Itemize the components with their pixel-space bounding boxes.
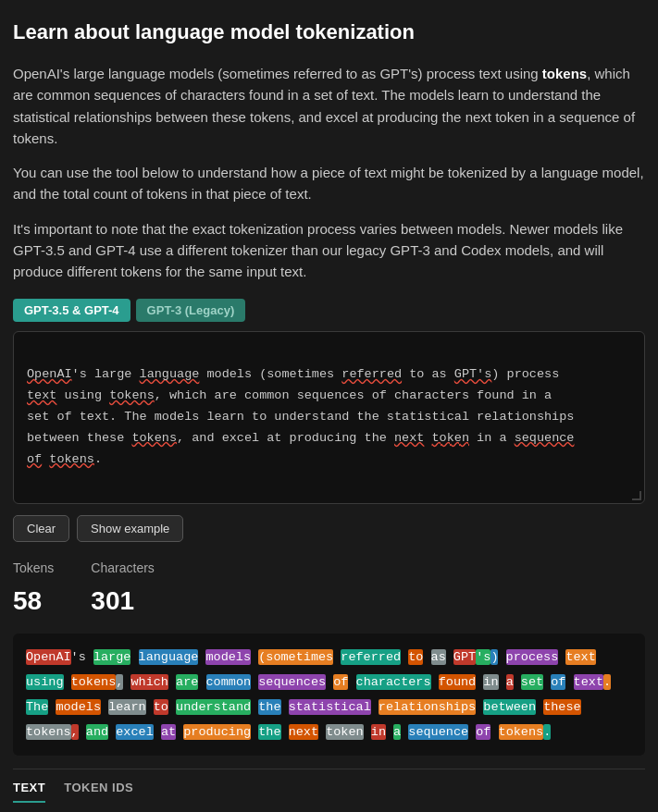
token-51: sequence [408,724,468,740]
token-15: tokens [71,674,117,690]
bottom-tab-text[interactable]: TEXT [13,779,45,803]
intro-paragraph-1: OpenAI's large language models (sometime… [13,63,645,149]
tab-gpt3[interactable]: GPT-3 (Legacy) [136,299,246,322]
page-title: Learn about language model tokenization [13,17,645,48]
token-6: referred [341,649,401,665]
tokenizer-text[interactable]: OpenAI's large language models (sometime… [27,343,631,492]
token-18: are [176,674,198,690]
characters-stat: Characters 301 [91,559,154,621]
token-34: understand [176,699,251,715]
tokens-stat: Tokens 58 [13,559,54,621]
token-28: text [574,674,603,690]
bottom-tabs: TEXT TOKEN IDS [13,769,645,803]
word-language: language [140,367,200,381]
token-52: of [476,724,490,740]
word-text: text [27,388,56,402]
token-30: The [26,699,48,715]
characters-label: Characters [91,559,154,579]
token-19: common [206,674,252,690]
intro-paragraph-3: It's important to note that the exact to… [13,218,645,283]
word-tokens: tokens [109,388,155,402]
token-12: process [506,649,559,665]
show-example-button[interactable]: Show example [77,515,183,542]
token-visualization: OpenAI's large language models (sometime… [13,634,645,756]
token-3: language [139,649,199,665]
token-41: , [71,724,79,740]
token-46: the [258,724,280,740]
tokens-label: Tokens [13,559,54,579]
token-29: . [603,674,611,690]
token-2: large [93,649,131,665]
token-45: producing [183,724,251,740]
token-43: excel [116,724,154,740]
token-8: as [431,649,446,665]
token-39: these [543,699,581,715]
tab-gpt4[interactable]: GPT-3.5 & GPT-4 [13,299,130,322]
token-36: statistical [289,699,371,715]
token-4: models [205,649,251,665]
stats-row: Tokens 58 Characters 301 [13,559,645,621]
token-9: GPT [453,649,476,665]
token-32: learn [108,699,146,715]
action-buttons: Clear Show example [13,515,645,542]
word-next: next [394,431,424,445]
tokens-value: 58 [13,581,54,621]
token-23: found [439,674,477,690]
token-10: 's [476,649,490,665]
token-31: models [56,699,101,715]
token-21: of [333,674,348,690]
token-17: which [130,674,168,690]
token-27: of [551,674,565,690]
word-tokens2: tokens [131,431,177,445]
characters-value: 301 [91,581,154,621]
token-40: tokens [26,724,71,740]
word-referred: referred [341,367,402,381]
token-5: (sometimes [258,649,333,665]
token-49: in [371,724,386,740]
token-22: characters [356,674,431,690]
token-35: the [258,699,280,715]
token-47: next [289,724,318,740]
model-tabs: GPT-3.5 & GPT-4 GPT-3 (Legacy) [13,299,645,322]
token-14: using [26,674,64,690]
token-44: at [161,724,176,740]
word-tokens3: tokens [49,452,94,466]
token-7: to [408,649,423,665]
token-26: set [521,674,543,690]
token-38: between [483,699,536,715]
token-42: and [86,724,108,740]
token-33: to [154,699,168,715]
token-37: relationships [379,699,476,715]
tokenizer-input-area[interactable]: OpenAI's large language models (sometime… [13,331,645,504]
word-of: of [27,452,42,466]
token-24: in [483,674,498,690]
token-50: a [393,724,401,740]
token-54: . [543,724,551,740]
token-20: sequences [258,674,326,690]
clear-button[interactable]: Clear [13,515,69,542]
token-13: text [565,649,595,665]
token-25: a [506,674,514,690]
token-48: token [326,724,364,740]
bottom-tab-token-ids[interactable]: TOKEN IDS [64,779,133,803]
intro-paragraph-2: You can use the tool below to understand… [13,162,645,205]
token-apos: 's [71,649,86,665]
token-53: tokens [499,724,544,740]
token-1: OpenAI [26,649,71,665]
word-sequence: sequence [515,431,575,445]
word-openai: OpenAI [27,367,72,381]
word-token: token [432,431,470,445]
word-gpts: GPT's [454,367,492,381]
resize-handle[interactable] [632,491,641,500]
